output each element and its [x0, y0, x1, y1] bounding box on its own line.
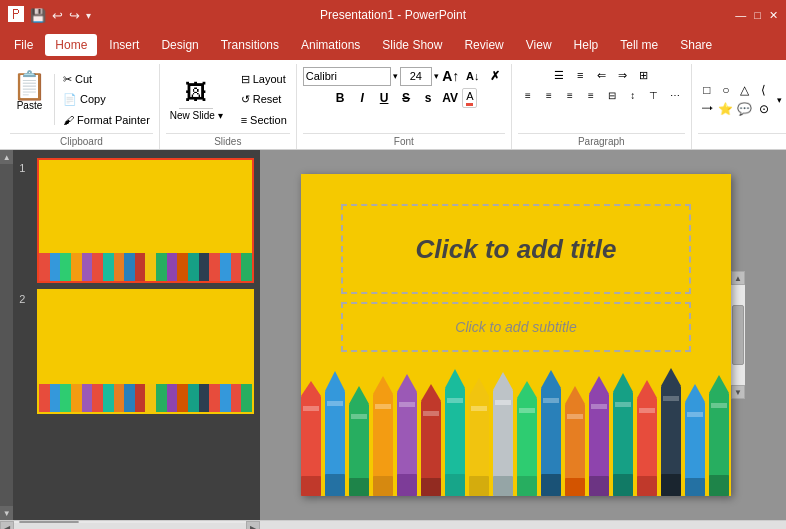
crayon-strip-2 [39, 384, 252, 412]
menu-home[interactable]: Home [45, 34, 97, 56]
smartart-btn[interactable]: ⋯ [665, 86, 685, 104]
vscroll-down-btn[interactable]: ▼ [731, 385, 745, 399]
align-right-btn[interactable]: ≡ [560, 86, 580, 104]
window-controls: — □ ✕ [735, 9, 778, 22]
font-size-dropdown[interactable]: ▾ [434, 71, 439, 81]
title-text: Presentation1 - PowerPoint [320, 8, 466, 22]
clipboard-tools: 📋 Paste ✂ Cut 📄 Copy 🖌 Format Painter [10, 66, 153, 133]
shape-item-2[interactable]: ○ [717, 81, 735, 99]
decrease-indent-btn[interactable]: ⇐ [591, 66, 611, 84]
slide-canvas[interactable]: Click to add title Click to add subtitle [301, 174, 731, 496]
slide-img-2[interactable] [37, 289, 254, 414]
slide-thumb-1[interactable]: 1 [19, 158, 254, 283]
font-family-input[interactable] [303, 67, 391, 86]
shape-item-1[interactable]: □ [698, 81, 716, 99]
font-group: ▾ ▾ A↑ A↓ ✗ B I U S s AV A Font [297, 64, 512, 149]
align-text-btn[interactable]: ⊤ [644, 86, 664, 104]
customize-qa-icon[interactable]: ▾ [86, 10, 91, 21]
justify-btn[interactable]: ≡ [581, 86, 601, 104]
app-icon: 🅿 [8, 6, 24, 24]
underline-btn[interactable]: U [374, 88, 394, 108]
menu-help[interactable]: Help [564, 34, 609, 56]
convert-smartart-btn[interactable]: ⊞ [633, 66, 653, 84]
main-vscroll[interactable]: ▲ ▼ [731, 271, 745, 399]
font-color-btn[interactable]: A [462, 88, 477, 108]
save-icon[interactable]: 💾 [30, 8, 46, 23]
new-slide-button[interactable]: 🖼 New Slide ▾ [166, 78, 227, 122]
subtitle-placeholder[interactable]: Click to add subtitle [341, 302, 691, 352]
slide-thumb-2[interactable]: 2 [19, 289, 254, 414]
bullets-btn[interactable]: ☰ [549, 66, 569, 84]
crayon-wrapper-1 [39, 249, 252, 281]
redo-icon[interactable]: ↪ [69, 8, 80, 23]
reset-button[interactable]: ↺ Reset [238, 90, 290, 109]
columns-btn[interactable]: ⊟ [602, 86, 622, 104]
shape-item-4[interactable]: ⟨ [755, 81, 773, 99]
numbering-btn[interactable]: ≡ [570, 66, 590, 84]
shape-item-6[interactable]: ⭐ [717, 100, 735, 118]
menu-share[interactable]: Share [670, 34, 722, 56]
menu-transitions[interactable]: Transitions [211, 34, 289, 56]
font-size-input[interactable] [400, 67, 432, 86]
new-slide-label[interactable]: New Slide ▾ [166, 109, 227, 122]
paste-button[interactable]: 📋 Paste [10, 70, 49, 129]
italic-btn[interactable]: I [352, 88, 372, 108]
text-direction-btn[interactable]: ↕ [623, 86, 643, 104]
vscroll-up-btn[interactable]: ▲ [731, 271, 745, 285]
clear-format-btn[interactable]: ✗ [485, 66, 505, 86]
undo-icon[interactable]: ↩ [52, 8, 63, 23]
shape-item-5[interactable]: ⭢ [698, 100, 716, 118]
align-left-btn[interactable]: ≡ [518, 86, 538, 104]
menu-file[interactable]: File [4, 34, 43, 56]
font-family-dropdown[interactable]: ▾ [393, 71, 398, 81]
copy-button[interactable]: 📄 Copy [60, 90, 153, 109]
hscroll-left-btn[interactable]: ◀ [0, 521, 14, 529]
maximize-btn[interactable]: □ [754, 9, 761, 21]
subtitle-placeholder-text: Click to add subtitle [455, 319, 576, 335]
drawing-group: □ ○ △ ⟨ ⭢ ⭐ 💬 ⊙ ▾ ⊞ Arrange [692, 64, 786, 149]
increase-indent-btn[interactable]: ⇒ [612, 66, 632, 84]
menu-slideshow[interactable]: Slide Show [372, 34, 452, 56]
paragraph-tools: ☰ ≡ ⇐ ⇒ ⊞ ≡ ≡ ≡ ≡ ⊟ ↕ ⊤ ⋯ [518, 66, 685, 133]
shape-item-3[interactable]: △ [736, 81, 754, 99]
hscroll-area: ◀ ▶ [0, 521, 786, 529]
menu-design[interactable]: Design [151, 34, 208, 56]
font-tools: ▾ ▾ A↑ A↓ ✗ B I U S s AV A [303, 66, 505, 133]
layout-button[interactable]: ⊟ Layout [238, 70, 290, 89]
slide-img-1[interactable] [37, 158, 254, 283]
slides-tools: 🖼 New Slide ▾ ⊟ Layout ↺ Reset ≡ Section [166, 66, 290, 133]
minimize-btn[interactable]: — [735, 9, 746, 21]
bottom-bar: ◀ ▶ 📝 Notes 💬 Comments [0, 520, 786, 529]
slide-panel-scroll-down[interactable]: ▼ [0, 506, 13, 520]
align-center-btn[interactable]: ≡ [539, 86, 559, 104]
separator [54, 74, 55, 125]
close-btn[interactable]: ✕ [769, 9, 778, 22]
hscroll-thumb[interactable] [19, 521, 79, 523]
menu-view[interactable]: View [516, 34, 562, 56]
section-button[interactable]: ≡ Section [238, 110, 290, 129]
bold-btn[interactable]: B [330, 88, 350, 108]
shape-item-8[interactable]: ⊙ [755, 100, 773, 118]
shadow-btn[interactable]: s [418, 88, 438, 108]
menu-tell-me[interactable]: Tell me [610, 34, 668, 56]
vscroll-thumb[interactable] [732, 305, 744, 365]
hscroll-right-btn[interactable]: ▶ [246, 521, 260, 529]
shapes-dropdown[interactable]: ▾ [777, 95, 782, 105]
menu-animations[interactable]: Animations [291, 34, 370, 56]
clipboard-group: 📋 Paste ✂ Cut 📄 Copy 🖌 Format Painter Cl… [4, 64, 160, 149]
drawing-label: Drawing [698, 133, 786, 149]
cut-button[interactable]: ✂ Cut [60, 70, 153, 89]
increase-font-btn[interactable]: A↑ [441, 66, 461, 86]
slide-panel-scroll-track [0, 164, 13, 506]
menu-insert[interactable]: Insert [99, 34, 149, 56]
format-painter-button[interactable]: 🖌 Format Painter [60, 110, 153, 129]
shape-item-7[interactable]: 💬 [736, 100, 754, 118]
menu-review[interactable]: Review [454, 34, 513, 56]
decrease-font-btn[interactable]: A↓ [463, 66, 483, 86]
title-placeholder[interactable]: Click to add title [341, 204, 691, 294]
new-slide-icon[interactable]: 🖼 [179, 78, 213, 109]
char-spacing-btn[interactable]: AV [440, 88, 460, 108]
title-placeholder-text: Click to add title [416, 234, 617, 265]
strikethrough-btn[interactable]: S [396, 88, 416, 108]
slide-panel-scroll-up[interactable]: ▲ [0, 150, 13, 164]
